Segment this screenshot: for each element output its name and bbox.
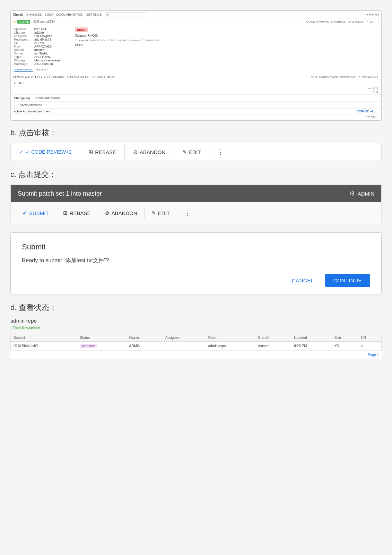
needs-tag: NEED <box>75 27 88 32</box>
cell-repo: admin-repo <box>206 342 255 350</box>
section-d-label: d. 查看状态： <box>10 302 382 313</box>
gerrit-mini-nav: CHANGES YOUR DOCUMENTATION SETTINGS <box>26 13 102 16</box>
abandon-icon-c: ⊘ <box>105 210 110 216</box>
needs-label: NEED <box>75 43 378 47</box>
cell-subject: ① 添加test.txt件 <box>11 342 77 350</box>
abandon-label-c: ABANDON <box>112 210 137 216</box>
diff-stats: — +1 3 +1 4 <box>11 86 381 95</box>
table-body: ① 添加test.txt件 MERGED ADMIN admin-repo ma… <box>11 342 382 350</box>
files-header-right: OPEN UNREVIEWED DOWNLOAD 2 EXPAND ALL <box>311 76 379 79</box>
mini-search-area <box>105 12 364 17</box>
related-expand-row: 3.2 EM + <box>11 114 381 120</box>
abandon-button-b[interactable]: ⊘ ABANDON <box>125 144 174 160</box>
admin-button[interactable]: ⚙ ADMIN <box>349 190 374 197</box>
related-note-row: active Approved patch set ! EXPAND ALL..… <box>11 108 381 114</box>
dialog-actions: CANCEL CONTINUE <box>22 274 370 287</box>
more-icon-c: ⋮ <box>184 209 190 217</box>
change-right-panel: NEED 添加test 大+交换 Change-Id: 344b100 If0e… <box>75 27 378 72</box>
related-row: Show Advanced <box>11 101 381 108</box>
submit-patch-header: Submit patch set 1 into master ⚙ ADMIN <box>11 185 381 202</box>
submit-label: SUBMIT <box>29 210 49 216</box>
cell-branch: master <box>255 342 291 350</box>
changes-table: Subject Status Owner Assignee Repo Branc… <box>10 334 382 350</box>
cell-assignee <box>163 342 206 350</box>
edit-icon-b: ✎ <box>182 149 187 155</box>
gear-icon: ⚙ <box>349 190 355 197</box>
cancel-button[interactable]: CANCEL <box>286 275 320 286</box>
status-badge: MERGED <box>80 344 97 348</box>
code-review-label: ✓ CODE-REVIEW+2 <box>26 149 71 155</box>
submit-action-bar: ✔ SUBMIT ⊞ REBASE ⊘ ABANDON ✎ EDIT ⋮ <box>11 202 381 224</box>
edit-label-b: EDIT <box>189 149 201 155</box>
cell-owner: ADMIN <box>127 342 163 350</box>
continue-button[interactable]: CONTINUE <box>325 274 370 287</box>
commit-message: 添加test 大+交换 <box>75 34 378 38</box>
rebase-button-b[interactable]: ⊞ REBASE <box>80 144 125 160</box>
change-details: Updated:8:23 PM Changeadd do Assignee:Em… <box>11 25 381 74</box>
cell-cr: ✓ <box>358 342 381 350</box>
col-cr: CR <box>358 334 381 342</box>
section-b-label: b. 点击审核： <box>10 128 382 138</box>
gerrit-mini-ui: Gerrit CHANGES YOUR DOCUMENTATION SETTIN… <box>11 11 381 120</box>
mini-right-actions: ♦ MINNA <box>366 13 379 16</box>
rebase-label-b: REBASE <box>95 149 116 155</box>
col-assignee: Assignee <box>163 334 206 342</box>
breadcrumb-text: | 添加test.txt文件 <box>32 19 55 24</box>
section-c-label: c. 点击提交： <box>10 169 382 180</box>
table-header: Subject Status Owner Assignee Repo Branc… <box>11 334 382 342</box>
more-icon-b: ⋮ <box>218 148 224 156</box>
dialog-body: Ready to submit "添加test.txt文件"? <box>22 257 370 264</box>
code-review-button[interactable]: ✓ ✓ CODE-REVIEW+2 <box>11 144 80 160</box>
more-button-b[interactable]: ⋮ <box>209 143 232 161</box>
active-badge: ACTIVE <box>17 20 30 24</box>
col-size: Size <box>332 334 358 342</box>
section-a-screenshot: Gerrit CHANGES YOUR DOCUMENTATION SETTIN… <box>10 10 382 121</box>
abandon-icon-b: ⊘ <box>133 149 138 155</box>
edit-label-c: EDIT <box>158 210 170 216</box>
cell-updated: 8:23 PM <box>291 342 332 350</box>
edit-button-b[interactable]: ✎ EDIT <box>174 144 209 160</box>
files-header: Files +0 4 +PATCHSETS + 124608① ADD PATC… <box>11 74 381 80</box>
cell-size: XS <box>332 342 358 350</box>
check-icon: ✓ <box>19 149 24 155</box>
repo-name: admin-repo <box>10 318 382 324</box>
commit-hash: Change-Id: 344b100 If0e 127381b 4a 209 7… <box>75 39 378 42</box>
submit-patch-bar: Submit patch set 1 into master ⚙ ADMIN ✔… <box>10 185 382 224</box>
branch-badge: Email Kev-section <box>10 326 42 330</box>
abandon-button-c[interactable]: ⊘ ABANDON <box>98 206 145 220</box>
edit-button-c[interactable]: ✎ EDIT <box>145 206 177 220</box>
submit-dialog: Submit Ready to submit "添加test.txt文件"? C… <box>10 232 382 294</box>
breadcrumb-actions: / QUICK APPROVE ⊡ REBASE ⊘ ABANDON ✎ EDI… <box>305 20 379 23</box>
submit-button[interactable]: ✔ SUBMIT <box>16 206 56 220</box>
more-button-c[interactable]: ⋮ <box>177 206 197 220</box>
change-meta-panel: Updated:8:23 PM Changeadd do Assignee:Em… <box>14 27 69 72</box>
show-advanced-checkbox[interactable] <box>14 103 18 107</box>
status-section: admin-repo Email Kev-section Subject Sta… <box>10 318 382 359</box>
edit-icon-c: ✎ <box>151 210 156 216</box>
cell-status: MERGED <box>77 342 127 350</box>
change-log-row: Change log Comment threads <box>11 95 381 101</box>
mini-search-input[interactable] <box>105 12 146 17</box>
rebase-icon-b: ⊞ <box>88 149 93 155</box>
col-owner: Owner <box>127 334 163 342</box>
rebase-icon-c: ⊞ <box>63 210 68 216</box>
col-status: Status <box>77 334 127 342</box>
gerrit-logo: Gerrit <box>13 12 24 17</box>
code-review-btn-bar: ✓ ✓ CODE-REVIEW+2 ⊞ REBASE ⊘ ABANDON ✎ E… <box>10 143 382 161</box>
submit-patch-title: Submit patch set 1 into master <box>18 190 102 197</box>
table-row: ① 添加test.txt件 MERGED ADMIN admin-repo ma… <box>11 342 382 350</box>
col-branch: Branch <box>255 334 291 342</box>
col-updated: Updated <box>291 334 332 342</box>
col-repo: Repo <box>206 334 255 342</box>
star-icon: ★ <box>13 20 16 24</box>
submit-checkmark-icon: ✔ <box>23 210 27 216</box>
page-nav: Page 1 <box>10 350 382 359</box>
change-tabs: Code Review HISTORY <box>14 68 69 72</box>
rebase-button-c[interactable]: ⊞ REBASE <box>56 206 98 220</box>
mini-breadcrumb: ★ ACTIVE | 添加test.txt文件 / QUICK APPROVE … <box>11 18 381 25</box>
rebase-label-c: REBASE <box>70 210 91 216</box>
gerrit-mini-header: Gerrit CHANGES YOUR DOCUMENTATION SETTIN… <box>11 11 381 18</box>
list-separator: ⊡ LIST <box>11 80 381 86</box>
col-subject: Subject <box>11 334 77 342</box>
abandon-label-b: ABANDON <box>140 149 165 155</box>
